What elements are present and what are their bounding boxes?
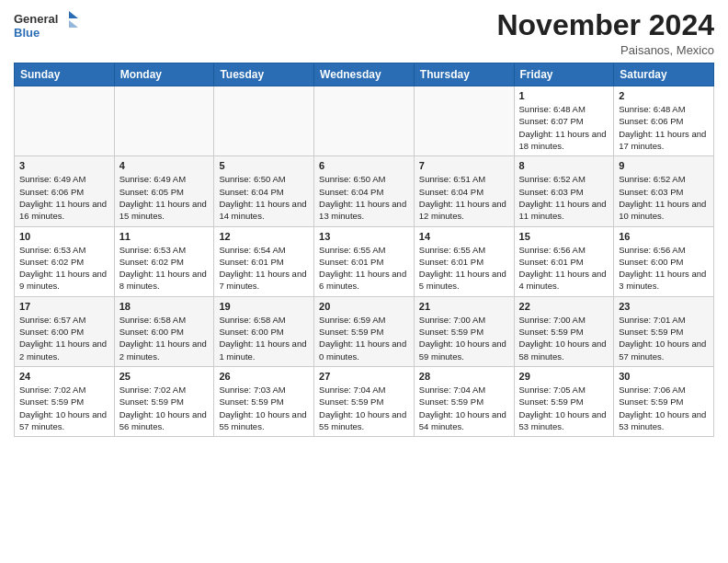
col-saturday: Saturday [614, 63, 714, 86]
day-number: 29 [519, 371, 609, 382]
logo: General Blue [14, 9, 78, 42]
day-info: Sunrise: 6:49 AM Sunset: 6:06 PM Dayligh… [19, 173, 109, 222]
calendar-cell: 6Sunrise: 6:50 AM Sunset: 6:04 PM Daylig… [314, 156, 415, 226]
calendar-table: Sunday Monday Tuesday Wednesday Thursday… [14, 63, 714, 437]
day-number: 27 [319, 371, 409, 382]
calendar-cell: 8Sunrise: 6:52 AM Sunset: 6:03 PM Daylig… [514, 156, 614, 226]
day-number: 20 [319, 301, 409, 312]
day-info: Sunrise: 6:58 AM Sunset: 6:00 PM Dayligh… [219, 314, 309, 362]
col-wednesday: Wednesday [314, 63, 415, 86]
logo-svg: General Blue [14, 9, 78, 42]
calendar-cell [114, 86, 214, 156]
day-info: Sunrise: 6:48 AM Sunset: 6:06 PM Dayligh… [619, 103, 709, 152]
calendar-cell: 10Sunrise: 6:53 AM Sunset: 6:02 PM Dayli… [15, 226, 115, 296]
day-info: Sunrise: 7:06 AM Sunset: 5:59 PM Dayligh… [619, 384, 709, 432]
calendar-week-4: 17Sunrise: 6:57 AM Sunset: 6:00 PM Dayli… [15, 296, 714, 366]
col-thursday: Thursday [414, 63, 514, 86]
day-info: Sunrise: 6:55 AM Sunset: 6:01 PM Dayligh… [419, 244, 509, 293]
calendar-cell: 15Sunrise: 6:56 AM Sunset: 6:01 PM Dayli… [514, 226, 614, 296]
calendar-cell: 24Sunrise: 7:02 AM Sunset: 5:59 PM Dayli… [15, 366, 115, 436]
calendar-cell: 20Sunrise: 6:59 AM Sunset: 5:59 PM Dayli… [314, 296, 415, 366]
day-info: Sunrise: 6:50 AM Sunset: 6:04 PM Dayligh… [319, 173, 409, 222]
title-block: November 2024 Paisanos, Mexico [496, 9, 714, 57]
calendar-cell: 9Sunrise: 6:52 AM Sunset: 6:03 PM Daylig… [614, 156, 714, 226]
day-info: Sunrise: 7:00 AM Sunset: 5:59 PM Dayligh… [519, 314, 609, 362]
col-monday: Monday [114, 63, 214, 86]
day-number: 17 [19, 301, 109, 312]
calendar-cell [414, 86, 514, 156]
calendar-cell: 29Sunrise: 7:05 AM Sunset: 5:59 PM Dayli… [514, 366, 614, 436]
calendar-week-5: 24Sunrise: 7:02 AM Sunset: 5:59 PM Dayli… [15, 366, 714, 436]
day-info: Sunrise: 6:52 AM Sunset: 6:03 PM Dayligh… [619, 173, 709, 222]
day-number: 4 [119, 160, 210, 171]
calendar-cell: 7Sunrise: 6:51 AM Sunset: 6:04 PM Daylig… [414, 156, 514, 226]
day-number: 15 [519, 231, 609, 242]
day-info: Sunrise: 6:56 AM Sunset: 6:01 PM Dayligh… [519, 244, 609, 293]
day-info: Sunrise: 7:02 AM Sunset: 5:59 PM Dayligh… [119, 384, 210, 432]
header-row: Sunday Monday Tuesday Wednesday Thursday… [15, 63, 714, 86]
day-number: 3 [19, 160, 109, 171]
day-number: 18 [119, 301, 210, 312]
day-number: 7 [419, 160, 509, 171]
day-number: 24 [19, 371, 109, 382]
calendar-cell: 23Sunrise: 7:01 AM Sunset: 5:59 PM Dayli… [614, 296, 714, 366]
calendar-cell: 14Sunrise: 6:55 AM Sunset: 6:01 PM Dayli… [414, 226, 514, 296]
day-number: 5 [219, 160, 309, 171]
calendar-week-1: 1Sunrise: 6:48 AM Sunset: 6:07 PM Daylig… [15, 86, 714, 156]
svg-marker-3 [69, 20, 78, 28]
calendar-cell: 16Sunrise: 6:56 AM Sunset: 6:00 PM Dayli… [614, 226, 714, 296]
day-info: Sunrise: 6:51 AM Sunset: 6:04 PM Dayligh… [419, 173, 509, 222]
day-number: 25 [119, 371, 210, 382]
calendar-cell: 28Sunrise: 7:04 AM Sunset: 5:59 PM Dayli… [414, 366, 514, 436]
day-info: Sunrise: 6:50 AM Sunset: 6:04 PM Dayligh… [219, 173, 309, 222]
day-number: 26 [219, 371, 309, 382]
day-info: Sunrise: 6:57 AM Sunset: 6:00 PM Dayligh… [19, 314, 109, 362]
calendar-cell: 11Sunrise: 6:53 AM Sunset: 6:02 PM Dayli… [114, 226, 214, 296]
day-info: Sunrise: 6:58 AM Sunset: 6:00 PM Dayligh… [119, 314, 210, 362]
calendar-cell: 27Sunrise: 7:04 AM Sunset: 5:59 PM Dayli… [314, 366, 415, 436]
day-number: 11 [119, 231, 210, 242]
col-tuesday: Tuesday [214, 63, 314, 86]
day-number: 30 [619, 371, 709, 382]
day-info: Sunrise: 6:54 AM Sunset: 6:01 PM Dayligh… [219, 244, 309, 293]
calendar-cell: 13Sunrise: 6:55 AM Sunset: 6:01 PM Dayli… [314, 226, 415, 296]
day-number: 6 [319, 160, 409, 171]
day-info: Sunrise: 6:53 AM Sunset: 6:02 PM Dayligh… [119, 244, 210, 293]
day-number: 23 [619, 301, 709, 312]
calendar-cell [314, 86, 415, 156]
svg-text:Blue: Blue [14, 26, 40, 40]
col-sunday: Sunday [15, 63, 115, 86]
day-info: Sunrise: 6:55 AM Sunset: 6:01 PM Dayligh… [319, 244, 409, 293]
page: General Blue November 2024 Paisanos, Mex… [0, 0, 728, 446]
day-number: 22 [519, 301, 609, 312]
day-info: Sunrise: 7:00 AM Sunset: 5:59 PM Dayligh… [419, 314, 509, 362]
day-info: Sunrise: 6:53 AM Sunset: 6:02 PM Dayligh… [19, 244, 109, 293]
calendar-cell: 5Sunrise: 6:50 AM Sunset: 6:04 PM Daylig… [214, 156, 314, 226]
location: Paisanos, Mexico [496, 43, 714, 57]
svg-text:General: General [14, 12, 58, 26]
day-info: Sunrise: 6:59 AM Sunset: 5:59 PM Dayligh… [319, 314, 409, 362]
day-info: Sunrise: 7:03 AM Sunset: 5:59 PM Dayligh… [219, 384, 309, 432]
calendar-cell: 17Sunrise: 6:57 AM Sunset: 6:00 PM Dayli… [15, 296, 115, 366]
day-info: Sunrise: 7:01 AM Sunset: 5:59 PM Dayligh… [619, 314, 709, 362]
day-number: 21 [419, 301, 509, 312]
month-title: November 2024 [496, 9, 714, 41]
calendar-cell: 30Sunrise: 7:06 AM Sunset: 5:59 PM Dayli… [614, 366, 714, 436]
day-number: 14 [419, 231, 509, 242]
calendar-cell: 4Sunrise: 6:49 AM Sunset: 6:05 PM Daylig… [114, 156, 214, 226]
day-number: 13 [319, 231, 409, 242]
day-number: 12 [219, 231, 309, 242]
calendar-cell: 2Sunrise: 6:48 AM Sunset: 6:06 PM Daylig… [614, 86, 714, 156]
day-info: Sunrise: 6:48 AM Sunset: 6:07 PM Dayligh… [519, 103, 609, 152]
calendar-cell: 1Sunrise: 6:48 AM Sunset: 6:07 PM Daylig… [514, 86, 614, 156]
calendar-cell: 19Sunrise: 6:58 AM Sunset: 6:00 PM Dayli… [214, 296, 314, 366]
day-info: Sunrise: 7:04 AM Sunset: 5:59 PM Dayligh… [319, 384, 409, 432]
calendar-cell: 18Sunrise: 6:58 AM Sunset: 6:00 PM Dayli… [114, 296, 214, 366]
svg-marker-2 [69, 11, 78, 18]
calendar-cell [15, 86, 115, 156]
day-info: Sunrise: 6:56 AM Sunset: 6:00 PM Dayligh… [619, 244, 709, 293]
calendar-cell: 21Sunrise: 7:00 AM Sunset: 5:59 PM Dayli… [414, 296, 514, 366]
day-info: Sunrise: 7:02 AM Sunset: 5:59 PM Dayligh… [19, 384, 109, 432]
day-number: 19 [219, 301, 309, 312]
calendar-week-2: 3Sunrise: 6:49 AM Sunset: 6:06 PM Daylig… [15, 156, 714, 226]
